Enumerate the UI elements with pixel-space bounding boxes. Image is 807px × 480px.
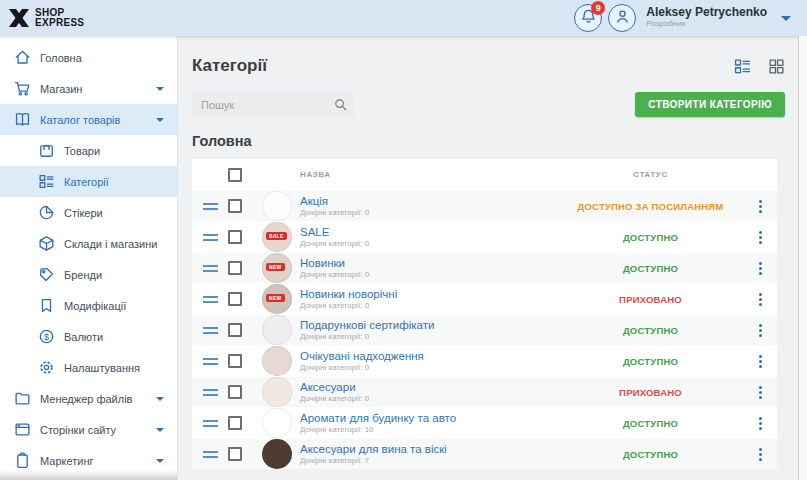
sidebar-item-settings[interactable]: Налаштування: [0, 352, 177, 383]
sidebar-item-warehouses[interactable]: Склади і магазини: [0, 228, 177, 259]
sidebar-item-catalog[interactable]: Каталог товарів: [0, 104, 177, 135]
user-info: Aleksey Petrychenko Розробник: [646, 6, 767, 30]
category-name-link[interactable]: Акція: [300, 195, 558, 208]
user-name: Aleksey Petrychenko: [646, 6, 767, 18]
row-checkbox[interactable]: [228, 416, 242, 430]
drag-handle-icon[interactable]: [203, 234, 218, 241]
sidebar-item-categories[interactable]: Категорії: [0, 166, 177, 197]
row-menu-kebab-icon[interactable]: [756, 383, 765, 402]
chevron-down-icon: [156, 428, 164, 432]
vertical-scrollbar[interactable]: [798, 36, 807, 480]
dollar-icon: $: [38, 328, 55, 345]
sidebar-item-file-manager[interactable]: Менеджер файлів: [0, 383, 177, 414]
sidebar-item-home[interactable]: Головна: [0, 42, 177, 73]
sidebar-item-label: Модифікації: [64, 300, 126, 312]
sidebar-item-currencies[interactable]: $ Валюти: [0, 321, 177, 352]
row-checkbox[interactable]: [228, 385, 242, 399]
row-checkbox[interactable]: [228, 323, 242, 337]
drag-handle-icon[interactable]: [203, 451, 218, 458]
search-box: [192, 92, 354, 117]
row-checkbox[interactable]: [228, 354, 242, 368]
sidebar-item-label: Сторінки сайту: [40, 424, 116, 436]
topbar: SHOP EXPRESS 9 Aleksey Petrychenko Розро…: [0, 0, 807, 36]
sidebar-item-label: Головна: [40, 52, 82, 64]
home-icon: [14, 49, 31, 66]
categories-table: НАЗВА СТАТУС Акція Дочірні категорії: 0 …: [192, 159, 777, 469]
chevron-down-icon: [156, 397, 164, 401]
row-menu-kebab-icon[interactable]: [756, 321, 765, 340]
category-children-count: Дочірні категорії: 0: [300, 332, 558, 341]
drag-handle-icon[interactable]: [203, 420, 218, 427]
table-row: Аксесуари для вина та віскі Дочірні кате…: [192, 438, 777, 469]
row-checkbox[interactable]: [228, 261, 242, 275]
create-category-button[interactable]: СТВОРИТИ КАТЕГОРІЮ: [635, 92, 785, 117]
sidebar-item-label: Товари: [64, 145, 100, 157]
grid-view-icon[interactable]: [768, 58, 785, 75]
notification-badge: 9: [591, 1, 605, 15]
sidebar-item-label: Менеджер файлів: [40, 393, 132, 405]
row-menu-kebab-icon[interactable]: [756, 290, 765, 309]
row-menu-kebab-icon[interactable]: [756, 197, 765, 216]
drag-handle-icon[interactable]: [203, 389, 218, 396]
category-thumbnail: NEW: [262, 284, 292, 314]
category-children-count: Дочірні категорії: 0: [300, 363, 558, 372]
category-children-count: Дочірні категорії: 0: [300, 270, 558, 279]
category-name-link[interactable]: Аксесуари: [300, 381, 558, 394]
section-title: Головна: [192, 133, 785, 149]
row-checkbox[interactable]: [228, 447, 242, 461]
row-menu-kebab-icon[interactable]: [756, 259, 765, 278]
category-thumbnail: NEW: [262, 253, 292, 283]
box-icon: [38, 142, 55, 159]
row-checkbox[interactable]: [228, 230, 242, 244]
status-badge: ДОСТУПНО: [558, 449, 743, 460]
row-menu-kebab-icon[interactable]: [756, 228, 765, 247]
category-name-link[interactable]: Подарункові сертифікати: [300, 319, 558, 332]
row-checkbox[interactable]: [228, 199, 242, 213]
sidebar-item-marketing[interactable]: Маркетинг: [0, 445, 177, 476]
drag-handle-icon[interactable]: [203, 327, 218, 334]
sidebar-item-shop[interactable]: Магазин: [0, 73, 177, 104]
drag-handle-icon[interactable]: [203, 265, 218, 272]
sidebar-item-brands[interactable]: Бренди: [0, 259, 177, 290]
drag-handle-icon[interactable]: [203, 358, 218, 365]
chevron-down-icon: [156, 87, 164, 91]
user-avatar-button[interactable]: [608, 4, 636, 32]
category-thumbnail: SALE: [262, 222, 292, 252]
shop-express-logo[interactable]: SHOP EXPRESS: [8, 8, 84, 28]
sidebar-item-label: Категорії: [64, 176, 109, 188]
row-menu-kebab-icon[interactable]: [756, 352, 765, 371]
row-menu-kebab-icon[interactable]: [756, 414, 765, 433]
category-children-count: Дочірні категорії: 0: [300, 208, 558, 217]
sidebar-item-modifications[interactable]: Модифікації: [0, 290, 177, 321]
category-name-link[interactable]: SALE: [300, 226, 558, 239]
list-view-icon[interactable]: [734, 58, 751, 75]
row-checkbox[interactable]: [228, 292, 242, 306]
notifications-button[interactable]: 9: [574, 4, 602, 32]
category-name-link[interactable]: Новинки: [300, 257, 558, 270]
table-row: Аксесуари Дочірні категорії: 0 ПРИХОВАНО: [192, 376, 777, 407]
sidebar-item-products[interactable]: Товари: [0, 135, 177, 166]
category-name-link[interactable]: Аксесуари для вина та віскі: [300, 443, 558, 456]
category-name-link[interactable]: Новинки новорічні: [300, 288, 558, 301]
search-icon[interactable]: [333, 97, 348, 112]
folder-icon: [14, 390, 31, 407]
table-header-row: НАЗВА СТАТУС: [192, 159, 777, 190]
select-all-checkbox[interactable]: [228, 168, 242, 182]
drag-handle-icon[interactable]: [203, 203, 218, 210]
person-icon: [614, 8, 631, 29]
sticker-icon: [38, 204, 55, 221]
drag-handle-icon[interactable]: [203, 296, 218, 303]
status-badge: ДОСТУПНО: [558, 232, 743, 243]
package-icon: [38, 235, 55, 252]
table-row: Очікувані надходження Дочірні категорії:…: [192, 345, 777, 376]
category-name-link[interactable]: Аромати для будинку та авто: [300, 412, 558, 425]
column-header-name: НАЗВА: [300, 170, 558, 179]
user-menu-chevron-icon[interactable]: [781, 16, 791, 21]
sidebar-item-site-pages[interactable]: Сторінки сайту: [0, 414, 177, 445]
row-menu-kebab-icon[interactable]: [756, 445, 765, 464]
search-input[interactable]: [192, 92, 354, 117]
column-header-status: СТАТУС: [558, 170, 743, 179]
category-name-link[interactable]: Очікувані надходження: [300, 350, 558, 363]
sidebar-item-label: Налаштування: [64, 362, 140, 374]
sidebar-item-stickers[interactable]: Стікери: [0, 197, 177, 228]
